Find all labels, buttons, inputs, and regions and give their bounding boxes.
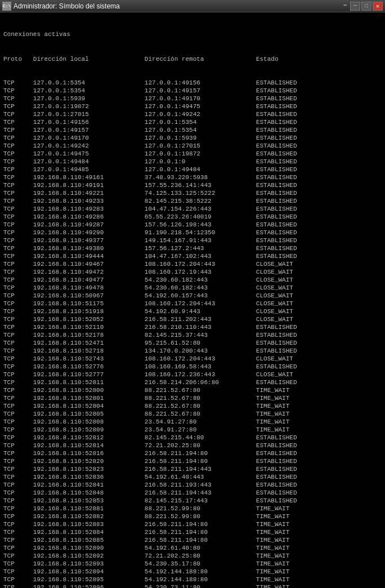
window: C:\ Administrador: Símbolo del sistema ⇔…: [0, 0, 385, 588]
table-row: TCP 192.168.8.110:52812 82.145.215.44:80…: [3, 434, 382, 442]
table-row: TCP 192.168.8.110:52801 88.221.52.67:80 …: [3, 394, 382, 402]
terminal-header: Conexiones activas: [3, 30, 382, 38]
table-row: TCP 192.168.8.110:52894 54.192.144.188:8…: [3, 568, 382, 576]
window-title: Administrador: Símbolo del sistema: [14, 2, 120, 10]
table-row: TCP 192.168.8.110:52853 82.145.215.17:44…: [3, 497, 382, 505]
table-row: TCP 192.168.8.110:52718 134.170.0.200:44…: [3, 347, 382, 355]
table-row: TCP 127.0.0.1:49475 127.0.0.1:19872 ESTA…: [3, 150, 382, 158]
terminal-window[interactable]: Conexiones activas Proto Dirección local…: [0, 12, 385, 588]
table-row: TCP 192.168.8.110:52895 54.192.144.188:8…: [3, 576, 382, 583]
table-row: TCP 192.168.8.110:49287 157.56.126.198:4…: [3, 221, 382, 229]
table-row: TCP 192.168.8.110:49283 104.47.154.226:4…: [3, 205, 382, 213]
terminal-icon: C:\: [2, 2, 11, 11]
table-row: TCP 127.0.0.1:49485 127.0.0.1:49484 ESTA…: [3, 166, 382, 173]
table-row: TCP 192.168.8.110:50967 54.192.60.157:44…: [3, 292, 382, 300]
table-row: TCP 192.168.8.110:49478 54.230.60.182:44…: [3, 284, 382, 292]
table-row: TCP 192.168.8.110:52743 108.160.172.204:…: [3, 355, 382, 363]
table-row: TCP 192.168.8.110:52823 216.58.211.194:4…: [3, 465, 382, 473]
table-row: TCP 127.0.0.1:49157 127.0.0.1:5354 ESTAB…: [3, 126, 382, 134]
table-row: TCP 192.168.8.110:52882 88.221.52.99:80 …: [3, 513, 382, 520]
table-row: TCP 192.168.8.110:52777 108.160.172.236:…: [3, 371, 382, 378]
table-row: TCP 192.168.8.110:52471 95.215.61.52:80 …: [3, 339, 382, 347]
table-row: TCP 192.168.8.110:49191 157.55.236.141:4…: [3, 181, 382, 189]
table-row: TCP 192.168.8.110:52883 216.58.211.194:8…: [3, 520, 382, 528]
table-row: TCP 192.168.8.110:52892 72.21.202.25:80 …: [3, 552, 382, 560]
table-row: TCP 192.168.8.110:49472 108.160.172.19:4…: [3, 268, 382, 276]
title-bar-buttons: ⇔ ─ □ ✕: [343, 2, 383, 11]
column-headers: Proto Dirección local Dirección remota E…: [3, 55, 382, 63]
table-row: TCP 192.168.8.110:52884 216.58.211.194:8…: [3, 528, 382, 536]
table-row: TCP 192.168.8.110:52816 216.58.211.194:8…: [3, 449, 382, 457]
table-row: TCP 192.168.8.110:52836 54.192.61.40:443…: [3, 473, 382, 481]
table-row: TCP 192.168.8.110:49377 149.154.167.91:4…: [3, 237, 382, 244]
table-row: TCP 192.168.8.110:52052 216.58.211.202:4…: [3, 315, 382, 323]
table-row: TCP 192.168.8.110:49477 54.230.60.182:44…: [3, 276, 382, 284]
table-row: TCP 192.168.8.110:52804 88.221.52.67:80 …: [3, 402, 382, 410]
table-row: TCP 192.168.8.110:49380 157.56.127.2:443…: [3, 244, 382, 252]
table-row: TCP 192.168.8.110:52809 23.54.91.27:80 T…: [3, 426, 382, 434]
table-row: TCP 192.168.8.110:52841 216.58.211.193:4…: [3, 481, 382, 489]
table-row: TCP 127.0.0.1:19872 127.0.0.1:49475 ESTA…: [3, 103, 382, 110]
table-row: TCP 127.0.0.1:5354 127.0.0.1:49157 ESTAB…: [3, 87, 382, 95]
table-row: TCP 127.0.0.1:5939 127.0.0.1:49170 ESTAB…: [3, 95, 382, 103]
table-row: TCP 192.168.8.110:52820 216.58.211.194:8…: [3, 457, 382, 465]
table-row: TCP 192.168.8.110:52808 23.54.91.27:80 T…: [3, 418, 382, 426]
table-row: TCP 127.0.0.1:49170 127.0.0.1:5939 ESTAB…: [3, 134, 382, 142]
resize-icon: ⇔: [343, 2, 347, 11]
close-button[interactable]: ✕: [373, 2, 383, 11]
table-row: TCP 192.168.8.110:49286 65.55.223.26:400…: [3, 213, 382, 221]
table-row: TCP 192.168.8.110:49221 74.125.133.125:5…: [3, 189, 382, 197]
table-row: TCP 127.0.0.1:49242 127.0.0.1:27015 ESTA…: [3, 142, 382, 150]
table-row: TCP 127.0.0.1:27015 127.0.0.1:49242 ESTA…: [3, 110, 382, 118]
table-row: TCP 192.168.8.110:52800 88.221.52.67:80 …: [3, 386, 382, 394]
table-row: TCP 127.0.0.1:49484 127.0.0.1:0 ESTABLIS…: [3, 158, 382, 166]
table-row: TCP 192.168.8.110:49290 91.190.218.54:12…: [3, 229, 382, 237]
table-row: TCP 192.168.8.110:49467 108.160.172.204:…: [3, 260, 382, 268]
table-row: TCP 192.168.8.110:52885 216.58.211.194:8…: [3, 536, 382, 544]
table-row: TCP 192.168.8.110:52776 108.160.169.58:4…: [3, 363, 382, 371]
table-row: TCP 192.168.8.110:49233 82.145.215.38:52…: [3, 197, 382, 205]
title-bar: C:\ Administrador: Símbolo del sistema ⇔…: [0, 0, 385, 12]
minimize-button[interactable]: ─: [350, 2, 360, 11]
table-row: TCP 127.0.0.1:49156 127.0.0.1:5354 ESTAB…: [3, 118, 382, 126]
table-row: TCP 192.168.8.110:52896 54.230.73.11:80 …: [3, 583, 382, 588]
table-row: TCP 192.168.8.110:52110 216.58.210.110:4…: [3, 323, 382, 331]
title-bar-left: C:\ Administrador: Símbolo del sistema: [2, 2, 120, 11]
terminal-content: Conexiones activas Proto Dirección local…: [3, 15, 382, 588]
table-row: TCP 192.168.8.110:51918 54.192.60.9:443 …: [3, 308, 382, 315]
maximize-button[interactable]: □: [361, 2, 371, 11]
table-row: TCP 127.0.0.1:5354 127.0.0.1:49156 ESTAB…: [3, 79, 382, 87]
table-row: TCP 192.168.8.110:52893 54.230.35.17:80 …: [3, 560, 382, 568]
table-row: TCP 192.168.8.110:52890 54.192.61.40:80 …: [3, 544, 382, 552]
table-row: TCP 192.168.8.110:52178 82.145.215.37:44…: [3, 331, 382, 339]
table-row: TCP 192.168.8.110:52811 216.58.214.206:0…: [3, 378, 382, 386]
table-row: TCP 192.168.8.110:52881 88.221.52.99:80 …: [3, 505, 382, 513]
table-row: TCP 192.168.8.110:52814 72.21.202.25:80 …: [3, 442, 382, 449]
table-row: TCP 192.168.8.110:52848 216.58.211.194:4…: [3, 489, 382, 497]
table-row: TCP 192.168.8.110:49444 104.47.167.102:4…: [3, 252, 382, 260]
table-row: TCP 192.168.8.110:49161 37.48.93.220:593…: [3, 173, 382, 181]
table-row: TCP 192.168.8.110:51175 108.160.172.204:…: [3, 300, 382, 308]
connections-list: TCP 127.0.0.1:5354 127.0.0.1:49156 ESTAB…: [3, 79, 382, 588]
table-row: TCP 192.168.8.110:52805 88.221.52.67:80 …: [3, 410, 382, 418]
